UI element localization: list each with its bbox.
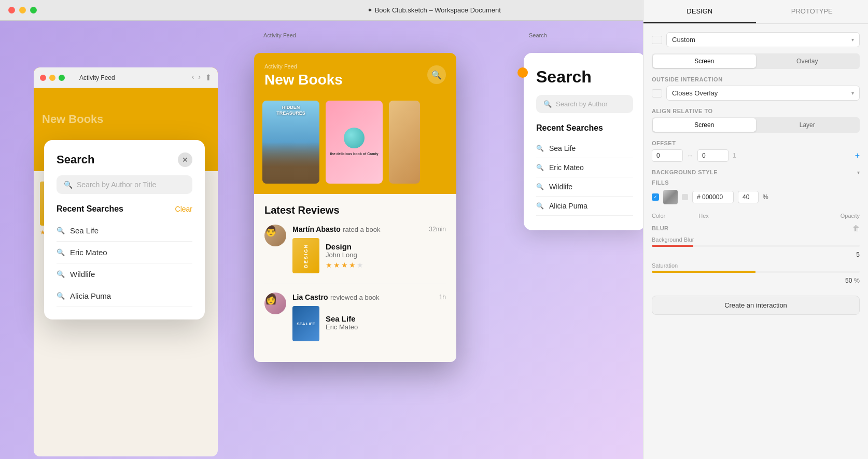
book-thumb-design: DESIGN: [292, 238, 319, 273]
panel-search-item-2[interactable]: 🔍 Eric Mateo: [536, 158, 633, 177]
reviewer-meta-2: Lia Castro reviewed a book 1h: [292, 293, 446, 302]
outside-interaction-row: Closes Overlay ▾: [652, 86, 860, 101]
custom-dropdown-label: Custom: [672, 36, 695, 44]
book-author-1: John Long: [326, 251, 446, 259]
custom-icon: [652, 36, 662, 44]
align-screen-toggle[interactable]: Screen: [653, 118, 756, 132]
book-third: [389, 101, 420, 184]
activity-header-label: Activity Feed: [264, 63, 446, 69]
screen-toggle[interactable]: Screen: [653, 54, 756, 68]
search-item-label-2: Eric Mateo: [70, 248, 107, 257]
fill-checkbox[interactable]: ✓: [652, 193, 659, 201]
star-4: ★: [349, 261, 356, 269]
blur-value-row: 5: [652, 251, 860, 258]
panel-search-item-4[interactable]: 🔍 Alicia Puma: [536, 197, 633, 216]
hidden-treasures-cover: HIDDENTREASURES: [262, 101, 319, 184]
custom-dropdown[interactable]: Custom ▾: [666, 32, 860, 47]
book-title-2: Sea Life: [326, 314, 446, 323]
stars-1: ★ ★ ★ ★ ★: [326, 261, 446, 269]
saturation-slider[interactable]: [652, 271, 860, 273]
search-popup-header: Search ✕: [57, 152, 192, 167]
review-content-2: Lia Castro reviewed a book 1h SEA LIFE S…: [292, 293, 446, 341]
tab-design[interactable]: DESIGN: [643, 0, 756, 23]
clear-button[interactable]: Clear: [175, 205, 192, 213]
blur-row: Blur 🗑: [652, 224, 860, 232]
fill-sub-labels: Color Hex Opacity: [652, 211, 860, 221]
search-item-icon: 🔍: [57, 227, 65, 234]
offset-plus-icon[interactable]: +: [855, 151, 860, 160]
align-layer-toggle[interactable]: Layer: [756, 118, 859, 132]
search-panel-input[interactable]: 🔍 Search by Author: [536, 95, 633, 113]
review-content-1: Martín Abasto rated a book 32min DESIGN …: [292, 225, 446, 273]
w-close-dot[interactable]: [40, 75, 46, 81]
fill-row: ✓ %: [652, 190, 860, 204]
book-thumb-sealife: SEA LIFE: [292, 306, 319, 341]
offset-y-input[interactable]: [697, 149, 729, 162]
fill-color-dots: [682, 194, 688, 200]
star-2: ★: [333, 261, 340, 269]
close-button[interactable]: ✕: [178, 152, 192, 167]
align-toggle: Screen Layer: [652, 117, 860, 133]
saturation-row: Saturation 50 %: [652, 262, 860, 284]
w-min-dot[interactable]: [49, 75, 55, 81]
panel-search-label-3: Wildlife: [549, 183, 572, 191]
activity-search-button[interactable]: 🔍: [427, 65, 446, 84]
offset-x-input[interactable]: [652, 149, 683, 162]
review-divider: [264, 284, 446, 284]
blur-section: Blur 🗑 Background Blur 5 Saturation 50 %: [652, 224, 860, 284]
activity-header-title: New Books: [264, 72, 446, 88]
panel-search-item-1[interactable]: 🔍 Sea Life: [536, 139, 633, 158]
blur-title: Blur: [652, 225, 669, 231]
fill-hex-input[interactable]: [692, 191, 734, 203]
opacity-sub-label: Opacity: [841, 213, 860, 219]
right-panel-content: Custom ▾ Screen Overlay Outside Interact…: [643, 24, 868, 459]
book-detail-2: SEA LIFE Sea Life Eric Mateo: [292, 306, 446, 341]
panel-search-icon-3: 🔍: [536, 183, 544, 190]
panel-search-label-1: Sea Life: [549, 144, 576, 152]
recent-searches-title: Recent Searches: [57, 204, 123, 214]
overlay-toggle[interactable]: Overlay: [756, 54, 859, 68]
color-sub-label: Color: [652, 213, 665, 219]
fullscreen-dot[interactable]: [30, 7, 37, 13]
fill-color-preview[interactable]: [663, 190, 678, 204]
candy-ball: [344, 128, 365, 148]
bg-phone-header-text: New Books: [42, 113, 104, 126]
fill-opacity-input[interactable]: [738, 191, 759, 203]
window-title: ✦ Book Club.sketch – Workspace Document: [367, 6, 501, 14]
search-input-container[interactable]: 🔍 Search by Author or Title: [57, 175, 192, 194]
outside-interaction-dropdown[interactable]: Closes Overlay ▾: [666, 86, 860, 101]
search-popup-title: Search: [57, 153, 94, 166]
activity-body: Latest Reviews 👨 Martín Abasto rated a b…: [254, 194, 456, 362]
create-interaction-button[interactable]: Create an interaction: [652, 296, 860, 315]
search-item-3[interactable]: 🔍 Wildlife: [57, 263, 192, 285]
activity-header: Activity Feed New Books 🔍: [254, 53, 456, 101]
offset-label: Offset: [652, 140, 860, 146]
bg-blur-row: Background Blur 5: [652, 237, 860, 258]
bg-style-chevron[interactable]: ▾: [857, 170, 860, 175]
tab-prototype[interactable]: PROTOTYPE: [756, 0, 869, 23]
review-item-2: 👩 Lia Castro reviewed a book 1h SEA LIFE…: [264, 293, 446, 341]
search-item-label-1: Sea Life: [70, 226, 99, 235]
saturation-value-row: 50 %: [652, 277, 860, 284]
search-icon: 🔍: [64, 180, 73, 189]
book-detail-1: DESIGN Design John Long ★ ★ ★ ★ ★: [292, 238, 446, 273]
search-panel-title: Search: [536, 67, 633, 87]
candy-cover: the delicious book of Candy: [326, 101, 383, 184]
search-panel: Search 🔍 Search by Author Recent Searche…: [524, 53, 643, 230]
saturation-value: 50: [845, 277, 852, 284]
close-dot[interactable]: [8, 7, 15, 13]
window-nav: ‹›⬆: [192, 73, 212, 82]
blur-delete-icon[interactable]: 🗑: [852, 224, 860, 232]
candy-title: the delicious book of Candy: [330, 151, 378, 156]
panel-search-icon-2: 🔍: [536, 164, 544, 171]
minimize-dot[interactable]: [19, 7, 26, 13]
blur-slider[interactable]: [652, 245, 860, 247]
panel-search-icon-1: 🔍: [536, 145, 544, 152]
search-item-2[interactable]: 🔍 Eric Mateo: [57, 242, 192, 263]
search-item-1[interactable]: 🔍 Sea Life: [57, 220, 192, 242]
panel-search-item-3[interactable]: 🔍 Wildlife: [536, 177, 633, 197]
w-full-dot[interactable]: [59, 75, 65, 81]
search-item-4[interactable]: 🔍 Alicia Puma: [57, 285, 192, 307]
book-info-2: Sea Life Eric Mateo: [326, 314, 446, 333]
connection-indicator: [517, 67, 528, 78]
